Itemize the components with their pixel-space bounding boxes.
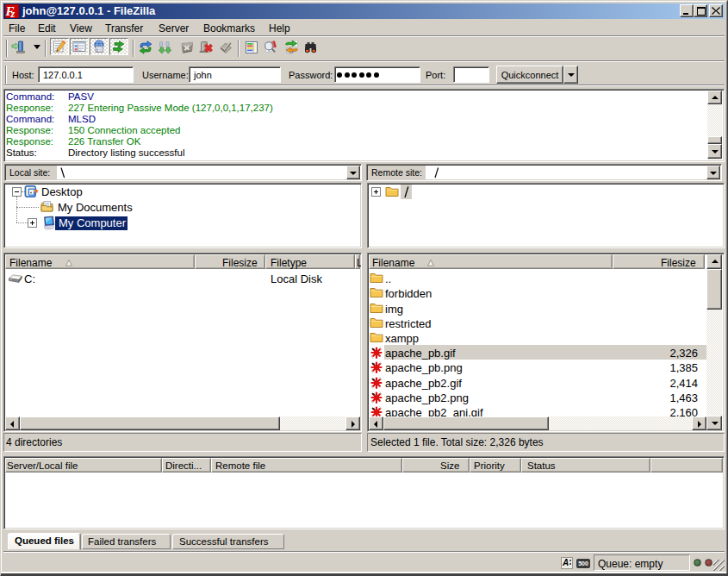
svg-text:z: z: [10, 8, 16, 19]
